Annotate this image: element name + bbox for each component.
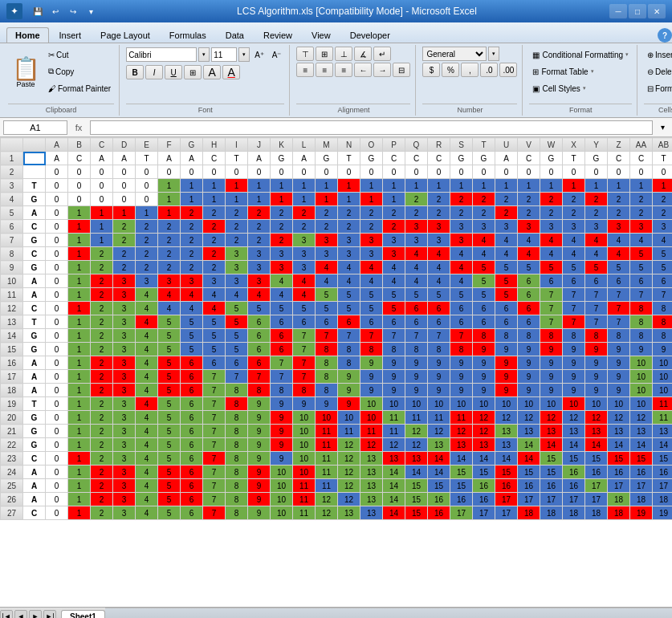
- cell-r10-c7[interactable]: 3: [203, 274, 226, 288]
- cell-r7-c2[interactable]: 1: [91, 234, 113, 247]
- cell-r2-c19[interactable]: 0: [473, 165, 495, 179]
- insert-cells-button[interactable]: ⊕ Insert ▾: [644, 47, 672, 63]
- cell-r23-c17[interactable]: 14: [428, 452, 450, 466]
- cell-r12-c17[interactable]: 6: [428, 302, 450, 315]
- cell-r24-c0[interactable]: 0: [46, 466, 68, 479]
- cell-r2-c10[interactable]: 0: [271, 165, 293, 179]
- cell-r10-c15[interactable]: 4: [383, 274, 405, 288]
- cell-r22-c18[interactable]: 13: [450, 438, 473, 452]
- cell-r11-c14[interactable]: 5: [360, 288, 383, 302]
- cell-r27-c7[interactable]: 7: [203, 506, 226, 520]
- cell-row1-11[interactable]: G: [271, 152, 293, 165]
- cell-seq-0[interactable]: [23, 165, 46, 179]
- cell-r17-c6[interactable]: 6: [181, 370, 203, 384]
- cell-r23-c12[interactable]: 11: [316, 452, 338, 466]
- cell-r24-c13[interactable]: 12: [338, 466, 360, 479]
- cell-r27-c11[interactable]: 11: [293, 506, 316, 520]
- cell-r14-c23[interactable]: 8: [563, 329, 585, 343]
- cell-row1-1[interactable]: A: [46, 152, 68, 165]
- cell-r3-c6[interactable]: 1: [181, 179, 203, 193]
- cell-r14-c16[interactable]: 7: [405, 329, 428, 343]
- cell-seq-7[interactable]: G: [23, 261, 46, 274]
- cell-r27-c9[interactable]: 9: [248, 506, 271, 520]
- cell-r11-c20[interactable]: 5: [495, 288, 518, 302]
- cell-r10-c14[interactable]: 4: [360, 274, 383, 288]
- tab-view[interactable]: View: [303, 27, 340, 43]
- cell-r27-c4[interactable]: 4: [136, 506, 158, 520]
- cell-seq-23[interactable]: A: [23, 479, 46, 493]
- tab-page-layout[interactable]: Page Layout: [92, 27, 159, 43]
- cell-row1-17[interactable]: C: [405, 152, 428, 165]
- cell-r26-c24[interactable]: 17: [585, 493, 608, 506]
- cell-r8-c5[interactable]: 2: [158, 247, 181, 261]
- cell-r8-c15[interactable]: 3: [383, 247, 405, 261]
- cell-r6-c19[interactable]: 3: [473, 220, 495, 234]
- cell-r7-c9[interactable]: 2: [248, 234, 271, 247]
- cell-r4-c25[interactable]: 2: [608, 193, 630, 206]
- cell-r22-c7[interactable]: 7: [203, 438, 226, 452]
- cell-row1-21[interactable]: A: [495, 152, 518, 165]
- cell-r3-c27[interactable]: 1: [653, 179, 673, 193]
- cell-r18-c17[interactable]: 9: [428, 384, 450, 397]
- cell-r5-c6[interactable]: 2: [181, 206, 203, 220]
- cell-r13-c13[interactable]: 6: [338, 315, 360, 329]
- cell-r27-c1[interactable]: 1: [68, 506, 91, 520]
- cell-r26-c3[interactable]: 3: [113, 493, 136, 506]
- cell-r3-c25[interactable]: 1: [608, 179, 630, 193]
- cell-r19-c8[interactable]: 8: [226, 397, 248, 411]
- cell-r20-c20[interactable]: 12: [495, 411, 518, 425]
- cell-r5-c11[interactable]: 2: [293, 206, 316, 220]
- cell-r27-c23[interactable]: 18: [563, 506, 585, 520]
- cell-r4-c19[interactable]: 2: [473, 193, 495, 206]
- cell-r19-c26[interactable]: 10: [630, 397, 653, 411]
- cell-r10-c27[interactable]: 6: [653, 274, 673, 288]
- cell-r16-c0[interactable]: 0: [46, 356, 68, 370]
- cell-r3-c14[interactable]: 1: [360, 179, 383, 193]
- cell-r23-c4[interactable]: 4: [136, 452, 158, 466]
- cell-r11-c5[interactable]: 4: [158, 288, 181, 302]
- cell-r4-c15[interactable]: 1: [383, 193, 405, 206]
- cell-r24-c23[interactable]: 16: [563, 466, 585, 479]
- cell-r14-c10[interactable]: 6: [271, 329, 293, 343]
- cell-seq-4[interactable]: C: [23, 220, 46, 234]
- cell-r27-c16[interactable]: 15: [405, 506, 428, 520]
- cell-r20-c22[interactable]: 12: [540, 411, 563, 425]
- cell-r25-c14[interactable]: 13: [360, 479, 383, 493]
- cell-r4-c26[interactable]: 2: [630, 193, 653, 206]
- cell-r22-c14[interactable]: 12: [360, 438, 383, 452]
- cell-r20-c24[interactable]: 12: [585, 411, 608, 425]
- cell-r15-c26[interactable]: 9: [630, 343, 653, 356]
- cell-r9-c14[interactable]: 4: [360, 261, 383, 274]
- cell-r7-c1[interactable]: 1: [68, 234, 91, 247]
- cell-r20-c4[interactable]: 4: [136, 411, 158, 425]
- cell-r11-c16[interactable]: 5: [405, 288, 428, 302]
- cell-r7-c19[interactable]: 4: [473, 234, 495, 247]
- tab-formulas[interactable]: Formulas: [161, 27, 215, 43]
- cell-r11-c25[interactable]: 7: [608, 288, 630, 302]
- cell-r5-c14[interactable]: 2: [360, 206, 383, 220]
- cell-r12-c9[interactable]: 5: [248, 302, 271, 315]
- cell-r6-c14[interactable]: 2: [360, 220, 383, 234]
- cell-r27-c26[interactable]: 19: [630, 506, 653, 520]
- cell-r25-c4[interactable]: 4: [136, 479, 158, 493]
- cell-r7-c15[interactable]: 3: [383, 234, 405, 247]
- cell-r17-c24[interactable]: 9: [585, 370, 608, 384]
- cell-r27-c25[interactable]: 18: [608, 506, 630, 520]
- cell-r14-c21[interactable]: 8: [518, 329, 540, 343]
- cell-r24-c3[interactable]: 3: [113, 466, 136, 479]
- cell-r14-c17[interactable]: 7: [428, 329, 450, 343]
- cell-r22-c19[interactable]: 13: [473, 438, 495, 452]
- formula-input[interactable]: [90, 120, 653, 135]
- cell-r10-c16[interactable]: 4: [405, 274, 428, 288]
- cell-r16-c23[interactable]: 9: [563, 356, 585, 370]
- cell-r15-c22[interactable]: 9: [540, 343, 563, 356]
- fx-button[interactable]: fx: [71, 120, 87, 135]
- tab-insert[interactable]: Insert: [51, 27, 91, 43]
- cell-r19-c20[interactable]: 10: [495, 397, 518, 411]
- cell-r20-c10[interactable]: 9: [271, 411, 293, 425]
- cell-r16-c16[interactable]: 9: [405, 356, 428, 370]
- cell-r21-c3[interactable]: 3: [113, 425, 136, 438]
- cell-r13-c18[interactable]: 6: [450, 315, 473, 329]
- format-painter-button[interactable]: 🖌 Format Painter: [45, 80, 114, 96]
- cell-r23-c21[interactable]: 14: [518, 452, 540, 466]
